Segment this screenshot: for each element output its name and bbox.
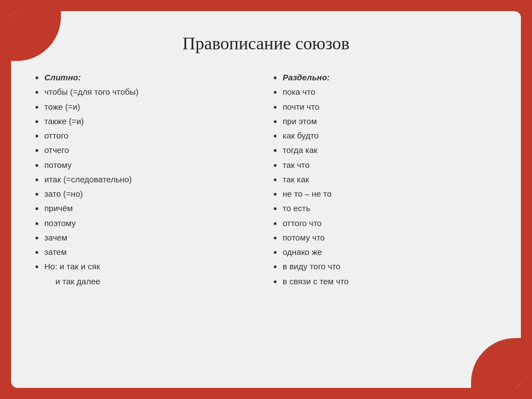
left-header: Слитно: xyxy=(44,70,260,85)
page-wrapper: Правописание союзов Слитно: чтобы (=для … xyxy=(11,11,521,388)
list-item: не то – не то xyxy=(283,187,499,201)
list-item: чтобы (=для того чтобы) xyxy=(44,85,260,99)
list-item: как будто xyxy=(283,129,499,143)
list-item: при этом xyxy=(283,114,499,129)
list-item: оттого xyxy=(44,129,260,143)
list-item: и так далее xyxy=(44,274,260,289)
list-item: так как xyxy=(283,172,499,187)
left-column: Слитно: чтобы (=для того чтобы)тоже (=и)… xyxy=(33,70,260,371)
right-header: Раздельно: xyxy=(283,70,499,85)
right-column: Раздельно: пока чтопочти чтопри этомкак … xyxy=(272,70,499,371)
list-item: однако же xyxy=(283,245,499,259)
corner-top-left xyxy=(11,11,61,61)
content-area: Слитно: чтобы (=для того чтобы)тоже (=и)… xyxy=(33,70,499,371)
list-item: в связи с тем что xyxy=(283,274,499,289)
list-item: пока что xyxy=(283,85,499,99)
list-item: оттого что xyxy=(283,216,499,231)
right-list: Раздельно: пока чтопочти чтопри этомкак … xyxy=(272,70,499,289)
list-item: итак (=следовательно) xyxy=(44,172,260,187)
list-item: зато (=но) xyxy=(44,187,260,201)
list-item: отчего xyxy=(44,143,260,157)
list-item: почти что xyxy=(283,100,499,114)
list-item: в виду того что xyxy=(283,259,499,274)
list-item: потому что xyxy=(283,231,499,245)
list-item: так что xyxy=(283,158,499,172)
list-item: зачем xyxy=(44,231,260,245)
list-item: потому xyxy=(44,158,260,172)
list-item: то есть xyxy=(283,201,499,216)
list-item: тогда как xyxy=(283,143,499,157)
list-item: также (=и) xyxy=(44,114,260,129)
list-item: причём xyxy=(44,201,260,216)
list-item: поэтому xyxy=(44,216,260,231)
list-item: Но: и так и сяк xyxy=(44,259,260,274)
left-list: Слитно: чтобы (=для того чтобы)тоже (=и)… xyxy=(33,70,260,289)
page-title: Правописание союзов xyxy=(182,33,349,54)
list-item: тоже (=и) xyxy=(44,100,260,114)
list-item: затем xyxy=(44,245,260,259)
